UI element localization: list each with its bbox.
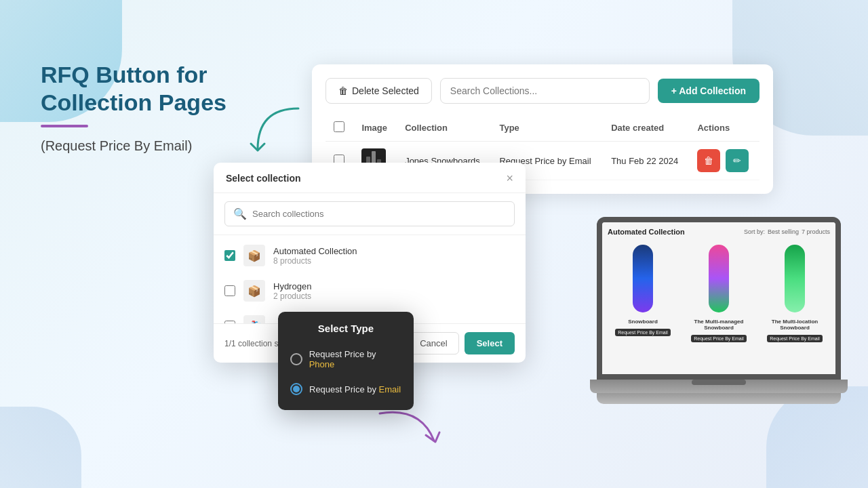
product-img-0: [608, 241, 678, 316]
dialog-select-type: Select Type Request Price by Phone Reque…: [278, 312, 414, 410]
dialog-select-button[interactable]: Select: [465, 332, 515, 354]
col-checkbox: [326, 115, 353, 142]
left-hero-content: RFQ Button for Collection Pages (Request…: [41, 61, 251, 154]
product-img-2: [760, 241, 830, 316]
dialog-close-button[interactable]: ×: [506, 172, 513, 184]
products-count: 7 products: [802, 228, 830, 235]
list-item[interactable]: 📦 Hydrogen 2 products: [214, 273, 526, 308]
product-name-2: The Multi-location Snowboard: [760, 319, 830, 331]
snowboard-graphic-0: [633, 245, 653, 312]
row-date-cell: Thu Feb 22 2024: [603, 142, 689, 180]
type-option-email[interactable]: Request Price by Email: [290, 379, 401, 399]
bg-decoration-bl: [0, 407, 81, 488]
snowboard-graphic-2: [785, 245, 805, 312]
product-name-1: The Multi-managed Snowboard: [684, 319, 754, 331]
row-actions-cell: 🗑 ✏: [689, 142, 760, 180]
row-edit-button[interactable]: ✏: [726, 149, 749, 172]
page-subtitle: (Request Price By Email): [41, 138, 251, 154]
item-checkbox-0[interactable]: [224, 250, 235, 261]
screen-product-2: The Multi-location Snowboard Request Pri…: [760, 241, 830, 343]
page-title: RFQ Button for Collection Pages: [41, 61, 251, 117]
item-count-1: 2 products: [273, 291, 515, 301]
delete-label: Delete Selected: [352, 85, 419, 96]
screen-product-0: Snowboard Request Price By Email: [608, 241, 678, 343]
item-name-1: Hydrogen: [273, 281, 515, 291]
list-item[interactable]: 📦 Automated Collection 8 products: [214, 238, 526, 273]
dialog-collection-list: 📦 Automated Collection 8 products 📦 Hydr…: [214, 235, 526, 323]
item-checkbox-1[interactable]: [224, 285, 235, 296]
item-count-0: 8 products: [273, 256, 515, 266]
item-name-0: Automated Collection: [273, 246, 515, 256]
laptop-screen: Automated Collection Sort by: Best selli…: [597, 217, 841, 380]
type-label-phone: Request Price by Phone: [309, 349, 401, 369]
type-option-phone[interactable]: Request Price by Phone: [290, 345, 401, 373]
screen-header: Automated Collection Sort by: Best selli…: [608, 228, 830, 236]
screen-collection-title: Automated Collection: [608, 228, 685, 236]
radio-phone: [290, 353, 302, 365]
product-img-1: [684, 241, 754, 316]
radio-email: [290, 383, 302, 395]
laptop-notch: [692, 380, 746, 385]
col-image: Image: [353, 115, 397, 142]
col-type: Type: [491, 115, 603, 142]
item-info-1: Hydrogen 2 products: [273, 281, 515, 301]
col-actions: Actions: [689, 115, 760, 142]
dialog-search-area: 🔍: [214, 193, 526, 235]
search-collections-wrapper: [440, 78, 650, 104]
sort-label: Sort by:: [744, 228, 765, 235]
screen-product-1: The Multi-managed Snowboard Request Pric…: [684, 241, 754, 343]
rfq-badge-2: Request Price By Email: [767, 335, 823, 342]
rfq-badge-1: Request Price By Email: [691, 335, 747, 342]
search-collections-input[interactable]: [440, 78, 650, 104]
sort-value: Best selling: [768, 228, 799, 235]
title-underline: [41, 125, 88, 127]
add-collection-button[interactable]: + Add Collection: [658, 79, 760, 103]
dialog-cancel-button[interactable]: Cancel: [408, 332, 458, 354]
select-type-title: Select Type: [290, 323, 401, 334]
item-icon-0: 📦: [243, 245, 265, 266]
rfq-badge-0: Request Price By Email: [615, 329, 671, 336]
product-name-0: Snowboard: [608, 319, 678, 325]
delete-selected-button[interactable]: 🗑 Delete Selected: [326, 78, 432, 104]
dialog-search-input[interactable]: [252, 209, 506, 219]
item-icon-2: 🏂: [243, 315, 265, 323]
table-header-row: Image Collection Type Date created Actio…: [326, 115, 760, 142]
screen-content: Automated Collection Sort by: Best selli…: [602, 222, 835, 374]
screen-products-list: Snowboard Request Price By Email The Mul…: [608, 241, 830, 343]
dialog-title: Select collection: [226, 173, 300, 184]
item-checkbox-2[interactable]: [224, 321, 235, 323]
laptop-base: [590, 380, 848, 393]
radio-email-inner: [293, 386, 300, 392]
add-collection-label: + Add Collection: [671, 85, 746, 96]
search-icon: 🔍: [233, 207, 247, 220]
snowboard-graphic-1: [709, 245, 729, 312]
item-icon-1: 📦: [243, 280, 265, 302]
dialog-header: Select collection ×: [214, 163, 526, 193]
row-delete-button[interactable]: 🗑: [697, 149, 720, 172]
laptop-keyboard: [597, 393, 841, 404]
laptop: Automated Collection Sort by: Best selli…: [583, 217, 854, 454]
dialog-footer-actions: Cancel Select: [408, 332, 515, 354]
type-label-email: Request Price by Email: [309, 384, 401, 394]
col-collection: Collection: [397, 115, 491, 142]
admin-toolbar: 🗑 Delete Selected + Add Collection: [326, 78, 760, 104]
col-date-created: Date created: [603, 115, 689, 142]
screen-sort: Sort by: Best selling 7 products: [744, 228, 830, 235]
item-info-0: Automated Collection 8 products: [273, 246, 515, 266]
trash-icon: 🗑: [338, 85, 348, 96]
select-all-checkbox[interactable]: [334, 121, 344, 132]
